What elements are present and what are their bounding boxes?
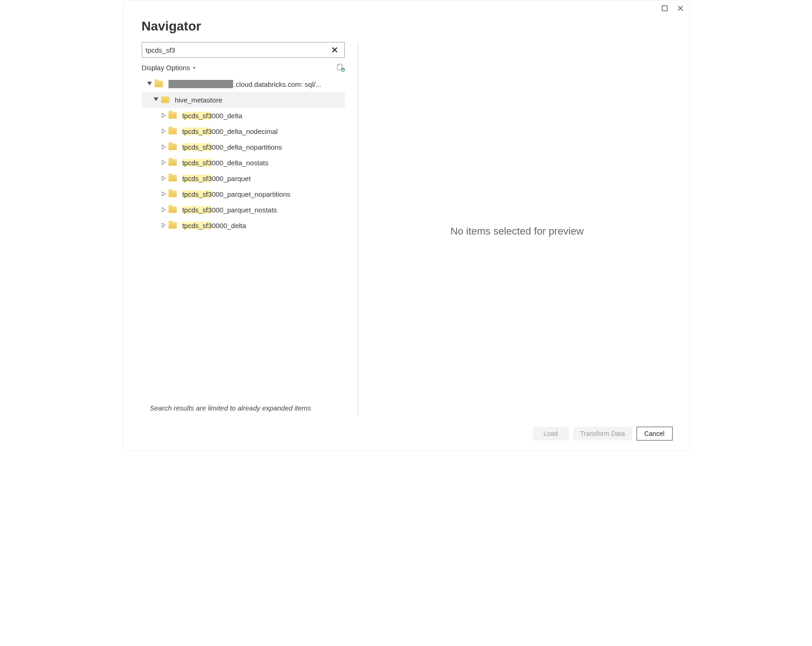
- search-scope-note: Search results are limited to already ex…: [142, 398, 345, 420]
- display-options-dropdown[interactable]: Display Options ▾: [142, 64, 195, 72]
- tree-schema-item[interactable]: tpcds_sf3000_parquet: [142, 170, 345, 186]
- tree-item-label: tpcds_sf3000_delta: [180, 112, 242, 120]
- svg-marker-6: [147, 82, 152, 85]
- svg-marker-10: [162, 145, 165, 149]
- tree-item-label: tpcds_sf3000_parquet: [180, 175, 251, 182]
- tree-schema-item[interactable]: tpcds_sf3000_delta: [142, 108, 345, 123]
- tree-schema-item[interactable]: tpcds_sf3000_delta_nopartitions: [142, 139, 345, 155]
- folder-icon: [168, 175, 177, 181]
- cancel-button[interactable]: Cancel: [637, 427, 673, 441]
- dialog-title: Navigator: [142, 19, 671, 34]
- folder-icon: [168, 112, 177, 119]
- titlebar: [123, 0, 689, 15]
- svg-marker-9: [162, 129, 165, 133]
- svg-rect-0: [662, 6, 667, 11]
- refresh-icon[interactable]: [337, 63, 345, 72]
- tree-item-label: tpcds_sf3000_parquet_nostats: [180, 206, 277, 214]
- folder-icon: [155, 81, 163, 87]
- preview-pane: No items selected for preview: [364, 42, 671, 420]
- folder-icon: [168, 159, 177, 166]
- expand-icon[interactable]: [160, 222, 167, 229]
- folder-icon: [168, 206, 177, 213]
- folder-icon: [168, 128, 177, 134]
- expand-icon[interactable]: [160, 191, 167, 197]
- load-button[interactable]: Load: [533, 427, 569, 441]
- svg-marker-8: [162, 113, 165, 118]
- tree-catalog-hive-metastore[interactable]: hive_metastore: [142, 92, 345, 108]
- redacted-hostname: [168, 80, 233, 88]
- display-options-label: Display Options: [142, 64, 190, 72]
- tree-item-label: tpcds_sf3000_delta_nopartitions: [180, 143, 282, 151]
- collapse-icon[interactable]: [153, 97, 159, 103]
- tree-schema-item[interactable]: tpcds_sf3000_parquet_nostats: [142, 202, 345, 217]
- tree-root-label: .cloud.databricks.com: sql/...: [234, 80, 321, 88]
- dialog-header: Navigator: [123, 15, 689, 42]
- folder-icon: [168, 191, 177, 197]
- folder-icon: [168, 222, 177, 229]
- dialog-footer: Load Transform Data Cancel: [123, 420, 689, 451]
- expand-icon[interactable]: [160, 144, 167, 150]
- database-icon: [161, 97, 169, 103]
- navigator-tree[interactable]: .cloud.databricks.com: sql/... hive_meta…: [142, 76, 345, 398]
- tree-item-label: tpcds_sf3000_parquet_nopartitions: [180, 190, 291, 198]
- maximize-icon[interactable]: [661, 4, 669, 12]
- navigator-dialog: Navigator Display Options ▾: [123, 0, 690, 451]
- tree-schema-item[interactable]: tpcds_sf3000_parquet_nopartitions: [142, 186, 345, 202]
- svg-marker-11: [162, 160, 165, 165]
- tree-schema-item[interactable]: tpcds_sf3000_delta_nostats: [142, 155, 345, 170]
- svg-marker-12: [162, 176, 165, 181]
- expand-icon[interactable]: [160, 175, 167, 181]
- svg-marker-15: [162, 223, 165, 228]
- dialog-body: Display Options ▾ .cloud.databricks.com:…: [123, 42, 689, 420]
- close-icon[interactable]: [676, 4, 685, 12]
- search-input[interactable]: [142, 44, 331, 56]
- search-box: [142, 42, 345, 58]
- expand-icon[interactable]: [160, 159, 167, 166]
- folder-icon: [168, 144, 177, 150]
- expand-icon[interactable]: [160, 112, 167, 119]
- tree-item-label: tpcds_sf30000_delta: [180, 222, 247, 229]
- clear-search-icon[interactable]: [331, 47, 344, 53]
- tree-item-label: hive_metastore: [173, 96, 223, 104]
- tree-root-connection[interactable]: .cloud.databricks.com: sql/...: [142, 76, 345, 92]
- expand-icon[interactable]: [160, 206, 167, 213]
- preview-empty-message: No items selected for preview: [451, 225, 584, 237]
- left-pane: Display Options ▾ .cloud.databricks.com:…: [142, 42, 345, 420]
- transform-data-button[interactable]: Transform Data: [573, 427, 632, 441]
- toolbar-row: Display Options ▾: [142, 60, 345, 74]
- svg-marker-7: [154, 97, 158, 101]
- tree-item-label: tpcds_sf3000_delta_nodecimal: [180, 127, 278, 135]
- collapse-icon[interactable]: [146, 81, 153, 87]
- pane-divider: [358, 42, 358, 415]
- tree-schema-item[interactable]: tpcds_sf3000_delta_nodecimal: [142, 123, 345, 139]
- tree-item-label: tpcds_sf3000_delta_nostats: [180, 159, 269, 167]
- tree-schema-item[interactable]: tpcds_sf30000_delta: [142, 217, 345, 233]
- svg-marker-13: [162, 192, 165, 196]
- chevron-down-icon: ▾: [193, 65, 195, 70]
- expand-icon[interactable]: [160, 128, 167, 134]
- svg-marker-14: [162, 207, 165, 212]
